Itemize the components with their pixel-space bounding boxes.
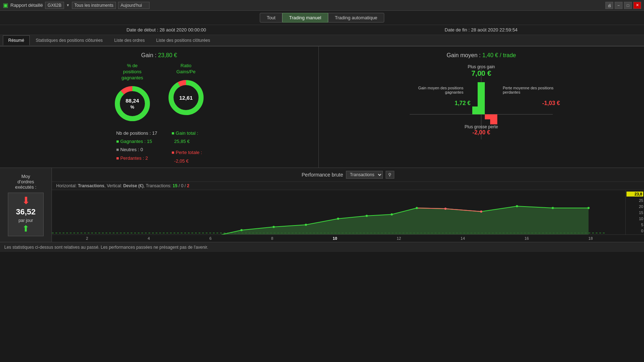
svg-point-23 [337, 218, 339, 220]
gain-moyen-title: Gain moyen : 1,40 € / trade [447, 52, 516, 59]
t-white: 0 [181, 183, 184, 188]
top-bar: ▣ Rapport détaillé GX62B ▼ Tous les inst… [0, 0, 644, 11]
x-label-6: 6 [209, 236, 211, 240]
gain-moyen-value: 1,40 € [482, 52, 498, 58]
tab-stats-positions[interactable]: Statistiques des positions clôturées [30, 35, 108, 45]
performance-chart-svg: © IT-Finance.com [52, 190, 624, 234]
y-label-10: 10 [626, 217, 643, 221]
stats-left: Nb de positions : 17 ■ Gagnantes : 15 ■ … [116, 129, 157, 165]
gagnantes: ■ Gagnantes : 15 [116, 137, 157, 145]
all-instruments[interactable]: Tous les instruments [72, 2, 116, 9]
tab-trading-auto[interactable]: Trading automatique [328, 13, 384, 23]
ratio-label: RatioGains/Pe [176, 63, 195, 75]
gain-title: Gain : 23,80 € [141, 52, 177, 59]
tab-liste-ordres[interactable]: Liste des ordres [109, 35, 150, 45]
par-jour-label: par jour [19, 218, 33, 223]
svg-point-24 [366, 215, 368, 217]
date-row: Date de début : 28 août 2020 00:00:00 Da… [0, 25, 644, 35]
y-label-20: 20 [626, 204, 643, 209]
svg-point-26 [416, 207, 418, 209]
chart-main: Performance brute Transactions ⚲ Horizon… [52, 168, 644, 242]
tab-trading-manuel[interactable]: Trading manuel [282, 13, 328, 23]
y-label-15: 15 [626, 210, 643, 215]
chart-y-labels: 23,8 25 20 15 10 5 0 [625, 190, 644, 234]
pct-donut-label: 88,24% [126, 98, 139, 110]
minimize-button[interactable]: − [615, 2, 623, 9]
y-label-highlight: 23,8 [626, 192, 643, 197]
summary-section: Gain : 23,80 € % depositionsgagnantes [0, 46, 644, 168]
chart-x-labels: 2 4 6 8 10 12 14 16 18 [52, 234, 644, 242]
close-button[interactable]: ✕ [633, 2, 641, 9]
plus-grosse-perte-label: Plus grosse perte [465, 124, 498, 129]
orders-icon-box: ⬇ 36,52 par jour ⬆ [8, 193, 44, 236]
tab-liste-positions[interactable]: Liste des positions clôturées [151, 35, 216, 45]
svg-point-20 [240, 229, 243, 231]
chart-icon-button[interactable]: ⚲ [386, 171, 394, 179]
svg-point-27 [444, 208, 447, 210]
charts-row: % depositionsgagnantes 88,24% [113, 63, 206, 123]
pct-chart-col: % depositionsgagnantes 88,24% [113, 63, 152, 123]
svg-point-29 [516, 205, 518, 207]
x-label-10: 10 [333, 236, 337, 240]
chart-dropdown[interactable]: Transactions [346, 171, 383, 179]
gain-moy-gagnantes-label: Gain moyen des positions gagnantes [399, 86, 463, 94]
summary-stats: Nb de positions : 17 ■ Gagnantes : 15 ■ … [116, 129, 202, 165]
ratio-donut-label: 12,61 [179, 94, 193, 100]
chart-canvas-area: © IT-Finance.com 23,8 25 20 15 10 5 0 [52, 190, 644, 234]
pct-donut: 88,24% [113, 84, 152, 123]
chart-header: Performance brute Transactions ⚲ [52, 168, 644, 182]
maximize-button[interactable]: □ [624, 2, 632, 9]
svg-point-28 [480, 210, 482, 213]
date-range-select[interactable]: Aujourd'hui [118, 2, 150, 9]
x-label-18: 18 [589, 236, 593, 240]
app-icon: ▣ [3, 2, 8, 9]
ratio-chart-col: RatioGains/Pe 12,61 [166, 63, 206, 123]
date-debut: Date de début : 28 août 2020 00:00:00 [126, 27, 206, 33]
main-tab-bar: Résumé Statistiques des positions clôtur… [0, 35, 644, 46]
window-controls: 🖨 − □ ✕ [605, 2, 641, 9]
x-label-16: 16 [525, 236, 529, 240]
pct-label: % depositionsgagnantes [121, 63, 143, 81]
perte-moy-perdantes-value: -1,03 € [542, 100, 560, 106]
summary-left: Gain : 23,80 € % depositionsgagnantes [0, 46, 319, 168]
t-green: 15 [173, 183, 177, 188]
summary-right: Gain moyen : 1,40 € / trade Plus gros ga… [319, 46, 644, 168]
tab-resume[interactable]: Résumé [3, 35, 30, 45]
svg-rect-8 [478, 82, 485, 114]
svg-point-30 [552, 207, 554, 209]
svg-point-31 [587, 207, 590, 209]
performance-section: Moy d'ordres exécutés : ⬇ 36,52 par jour… [0, 168, 644, 242]
nb-positions: Nb de positions : 17 [116, 129, 157, 137]
plus-grosse-perte-value: -2,00 € [465, 129, 498, 136]
instrument-code[interactable]: GX62B [45, 2, 64, 9]
perte-moy-perdantes-label: Perte moyenne des positions perdantes [503, 86, 567, 94]
bar-chart: Plus gros gain 7,00 € Gain moyen des pos [392, 64, 571, 143]
y-label-0: 0 [626, 229, 643, 233]
gain-value: 23,80 € [158, 52, 177, 58]
neutres: ■ Neutres : 0 [116, 145, 157, 154]
y-label-25: 25 [626, 198, 643, 203]
svg-point-21 [273, 226, 275, 228]
bottom-bar: Les statistiques ci-dessus sont relative… [0, 242, 644, 252]
x-label-14: 14 [460, 236, 465, 240]
svg-rect-11 [490, 114, 497, 124]
x-label-2: 2 [86, 236, 88, 240]
svg-rect-10 [485, 114, 490, 119]
ratio-donut: 12,61 [166, 78, 206, 117]
perte-totale: ■ Perte totale : -2,05 € [172, 148, 202, 165]
arrow-down-icon: ⬇ [22, 196, 30, 206]
y-label-5: 5 [626, 223, 643, 227]
chart-subtitle: Horizontal: Transactions, Vertical: Devi… [52, 182, 644, 190]
moy-ordres-label: Moy d'ordres exécutés : [15, 174, 36, 190]
x-label-4: 4 [148, 236, 150, 240]
perf-brute-title: Performance brute [302, 172, 343, 178]
tab-tout[interactable]: Tout [260, 13, 282, 23]
svg-point-25 [391, 213, 393, 215]
arrow-up-icon: ⬆ [22, 224, 29, 233]
dropdown-arrow-icon: ▼ [66, 3, 70, 7]
plus-grosse-perte-block: Plus grosse perte -2,00 € [465, 124, 498, 136]
print-button[interactable]: 🖨 [605, 2, 613, 9]
t-red: 2 [187, 183, 190, 188]
perdantes: ■ Perdantes : 2 [116, 154, 157, 162]
moy-value: 36,52 [16, 207, 35, 217]
